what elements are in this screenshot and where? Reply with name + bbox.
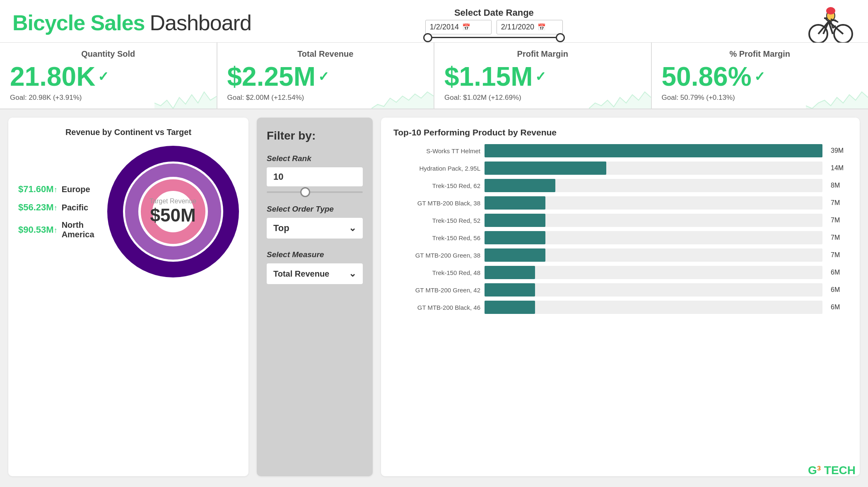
bar-fill-1 [485,162,606,175]
kpi-card-3: % Profit Margin 50.86% ✓ Goal: 50.79% (+… [652,43,868,108]
bar-row-1: Hydration Pack, 2.95L 14M [393,162,847,175]
measure-select[interactable]: Total Revenue ⌄ [267,263,363,284]
donut-legend: $71.60M↑ Europe $56.23M↑ Pacific $90.53M… [18,184,94,239]
kpi-title-2: Profit Margin [444,49,641,59]
legend-value-2: $90.53M↑ [18,224,58,235]
date-range-label: Select Date Range [454,7,534,18]
bar-row-8: GT MTB-200 Green, 42 6M [393,283,847,297]
title-dashboard: Dashboard [149,10,251,35]
slider-track [428,37,560,38]
donut-area: $71.60M↑ Europe $56.23M↑ Pacific $90.53M… [18,145,239,278]
order-type-select[interactable]: Top ⌄ [267,218,363,239]
bar-track-2 [485,179,822,192]
bar-track-4 [485,214,822,227]
bar-label-6: GT MTB-200 Green, 38 [393,252,480,259]
bar-track-6 [485,248,822,262]
rank-slider-thumb[interactable] [300,187,310,197]
donut-center-label: Target Revenue [149,198,196,205]
legend-label-0: Europe [62,185,90,194]
kpi-sparkline-1 [371,84,434,108]
donut-center: Target Revenue $50M [149,198,196,226]
kpi-sparkline-0 [154,84,217,108]
date-start-input[interactable]: 1/2/2014 📅 [425,20,492,34]
main-content: Revenue by Continent vs Target $71.60M↑ … [0,109,868,485]
bar-fill-4 [485,214,545,227]
bar-chart-area: S-Works TT Helmet 39M Hydration Pack, 2.… [393,144,847,314]
measure-chevron-icon: ⌄ [349,268,356,279]
order-type-label: Select Order Type [267,205,363,214]
bar-track-3 [485,196,822,210]
legend-item-2: $90.53M↑ North America [18,220,94,239]
kpi-title-1: Total Revenue [227,49,424,59]
measure-label: Select Measure [267,250,363,259]
rank-input[interactable]: 10 [267,167,363,186]
slider-thumb-left[interactable] [423,33,432,42]
kpi-check-0: ✓ [98,69,109,84]
bar-row-9: GT MTB-200 Black, 46 6M [393,301,847,314]
calendar-start-icon: 📅 [462,23,470,31]
watermark-3: ³ [817,464,821,477]
bar-row-6: GT MTB-200 Green, 38 7M [393,248,847,262]
title-bicycle: Bicycle Sales [12,10,145,35]
bar-row-2: Trek-150 Red, 62 8M [393,179,847,192]
bar-label-2: Trek-150 Red, 62 [393,182,480,189]
svg-marker-16 [371,92,434,108]
bar-track-7 [485,266,822,279]
legend-item-0: $71.60M↑ Europe [18,184,94,195]
svg-marker-17 [589,92,651,108]
bar-row-4: Trek-150 Red, 52 7M [393,214,847,227]
bar-chart-panel: Top-10 Performing Product by Revenue S-W… [381,118,860,476]
kpi-row: Quantity Sold 21.80K ✓ Goal: 20.98K (+3.… [0,43,868,109]
bar-label-5: Trek-150 Red, 56 [393,234,480,241]
bar-fill-2 [485,179,555,192]
legend-label-1: Pacific [62,203,88,212]
kpi-check-1: ✓ [318,69,329,84]
bar-row-7: Trek-150 Red, 48 6M [393,266,847,279]
measure-value: Total Revenue [273,269,329,279]
date-range-section: Select Date Range 1/2/2014 📅 2/11/2020 📅 [425,7,563,38]
bar-value-7: 6M [831,269,847,276]
date-end-input[interactable]: 2/11/2020 📅 [497,20,563,34]
bar-chart-title: Top-10 Performing Product by Revenue [393,128,847,137]
slider-thumb-right[interactable] [556,33,565,42]
donut-title: Revenue by Continent vs Target [65,128,191,137]
date-slider[interactable] [428,37,560,38]
rank-slider[interactable] [267,191,363,193]
rank-section: Select Rank 10 [267,154,363,193]
bar-row-5: Trek-150 Red, 56 7M [393,231,847,244]
chevron-down-icon: ⌄ [349,223,356,234]
bar-fill-8 [485,283,535,297]
watermark-g: G [808,464,817,477]
bar-label-9: GT MTB-200 Black, 46 [393,304,480,311]
kpi-sparkline-3 [806,84,868,108]
order-type-value: Top [273,223,289,234]
bar-fill-0 [485,144,822,157]
bar-fill-9 [485,301,535,314]
bar-fill-5 [485,231,545,244]
date-inputs: 1/2/2014 📅 2/11/2020 📅 [425,20,563,34]
bar-fill-3 [485,196,545,210]
donut-container: Target Revenue $50M [107,145,239,278]
bar-value-8: 6M [831,286,847,294]
bar-value-1: 14M [831,164,847,172]
bar-label-0: S-Works TT Helmet [393,147,480,154]
donut-panel: Revenue by Continent vs Target $71.60M↑ … [8,118,248,476]
bar-value-5: 7M [831,234,847,241]
bar-value-3: 7M [831,199,847,207]
kpi-check-2: ✓ [535,69,546,84]
bar-fill-6 [485,248,545,262]
bar-track-9 [485,301,822,314]
bar-track-8 [485,283,822,297]
bar-row-3: GT MTB-200 Black, 38 7M [393,196,847,210]
bar-value-0: 39M [831,147,847,154]
kpi-check-3: ✓ [754,69,765,84]
bar-label-1: Hydration Pack, 2.95L [393,165,480,172]
legend-label-2: North America [62,220,94,239]
kpi-title-0: Quantity Sold [10,49,207,59]
measure-section: Select Measure Total Revenue ⌄ [267,250,363,284]
bar-track-5 [485,231,822,244]
bar-track-1 [485,162,822,175]
watermark: G³ TECH [808,464,856,477]
svg-marker-15 [154,92,217,108]
legend-value-0: $71.60M↑ [18,184,58,195]
